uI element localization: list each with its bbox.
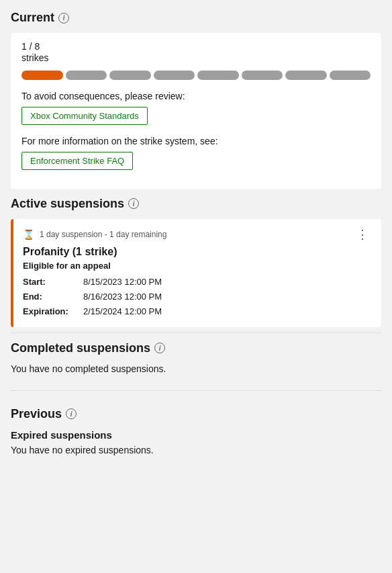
strikes-label: 1 / 8 strikes	[21, 41, 371, 64]
strike-segment-5	[197, 71, 239, 80]
previous-section-title-row: Previous i	[11, 407, 381, 421]
suspension-expiration-row: Expiration: 2/15/2024 12:00 PM	[23, 304, 372, 319]
suspension-start-row: Start: 8/15/2023 12:00 PM	[23, 275, 372, 290]
xbox-community-standards-link[interactable]: Xbox Community Standards	[21, 107, 148, 125]
more-info-text: For more information on the strike syste…	[21, 136, 371, 146]
end-label: End:	[23, 290, 83, 304]
completed-suspensions-title-text: Completed suspensions	[11, 341, 150, 355]
expired-suspensions-empty-text: You have no expired suspensions.	[11, 445, 381, 455]
expiration-value: 2/15/2024 12:00 PM	[83, 304, 162, 319]
active-suspensions-title-text: Active suspensions	[11, 197, 124, 211]
suspension-end-row: End: 8/16/2023 12:00 PM	[23, 290, 372, 304]
hourglass-icon: ⌛	[23, 229, 34, 240]
strikes-box: 1 / 8 strikes To avoid consequences, ple…	[11, 33, 381, 189]
strikes-word: strikes	[21, 52, 371, 64]
strikes-number: 1 / 8	[21, 41, 371, 52]
suspension-title: Profanity (1 strike)	[23, 246, 372, 258]
appeal-eligibility-text: Eligible for an appeal	[23, 261, 372, 271]
active-suspensions-section: Active suspensions i ⌛ 1 day suspension …	[11, 197, 381, 327]
suspension-card-header: ⌛ 1 day suspension - 1 day remaining ⋮	[23, 227, 372, 242]
review-text: To avoid consequences, please review:	[21, 91, 371, 101]
current-info-icon[interactable]: i	[58, 13, 69, 24]
strike-segment-7	[285, 71, 327, 80]
start-label: Start:	[23, 275, 83, 290]
current-section-title: Current i	[11, 11, 381, 25]
completed-suspensions-empty-text: You have no completed suspensions.	[11, 363, 381, 374]
strike-segment-1	[21, 71, 63, 80]
strike-segment-6	[242, 71, 283, 80]
section-divider	[11, 390, 381, 391]
strike-segment-4	[154, 71, 195, 80]
strike-segment-2	[66, 71, 107, 80]
suspension-more-options-icon[interactable]: ⋮	[354, 227, 372, 242]
page-container: Current i 1 / 8 strikes To avoid consequ…	[0, 0, 392, 466]
suspension-dates: Start: 8/15/2023 12:00 PM End: 8/16/2023…	[23, 275, 372, 319]
active-suspensions-title-row: Active suspensions i	[11, 197, 381, 211]
start-value: 8/15/2023 12:00 PM	[83, 275, 162, 290]
strikes-progress-bar	[21, 71, 371, 80]
previous-title-text: Previous	[11, 407, 62, 421]
completed-suspensions-title-row: Completed suspensions i	[11, 341, 381, 355]
expiration-label: Expiration:	[23, 304, 83, 319]
current-title-text: Current	[11, 11, 54, 25]
strike-segment-8	[330, 71, 371, 80]
current-section: Current i 1 / 8 strikes To avoid consequ…	[11, 11, 381, 189]
active-suspensions-info-icon[interactable]: i	[128, 198, 139, 209]
strike-segment-3	[109, 71, 151, 80]
end-value: 8/16/2023 12:00 PM	[83, 290, 162, 304]
suspension-meta-text: 1 day suspension - 1 day remaining	[40, 230, 166, 239]
previous-section: Previous i Expired suspensions You have …	[11, 399, 381, 455]
expired-suspensions-subtitle: Expired suspensions	[11, 429, 381, 441]
suspension-meta: ⌛ 1 day suspension - 1 day remaining	[23, 229, 166, 240]
suspension-card: ⌛ 1 day suspension - 1 day remaining ⋮ P…	[11, 219, 381, 327]
completed-suspensions-info-icon[interactable]: i	[154, 343, 165, 353]
enforcement-faq-link[interactable]: Enforcement Strike FAQ	[21, 152, 133, 170]
completed-suspensions-section: Completed suspensions i You have no comp…	[11, 333, 381, 382]
previous-info-icon[interactable]: i	[66, 408, 77, 419]
